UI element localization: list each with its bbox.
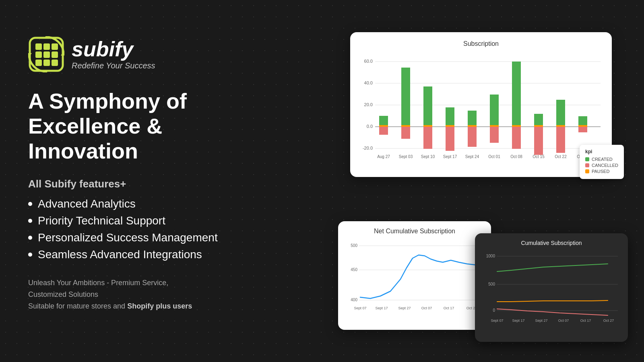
net-cumulative-title: Net Cumulative Subscription [346, 228, 483, 235]
svg-rect-44 [534, 114, 543, 127]
svg-text:Sept 17: Sept 17 [375, 306, 388, 310]
svg-text:500: 500 [488, 282, 495, 286]
svg-rect-28 [401, 125, 410, 127]
svg-rect-5 [43, 51, 50, 58]
svg-text:Sept 27: Sept 27 [535, 319, 547, 323]
svg-rect-33 [446, 127, 454, 151]
svg-rect-51 [578, 127, 587, 132]
logo-area: subify Redefine Your Success [28, 36, 262, 72]
svg-rect-24 [379, 127, 388, 135]
kpi-label-cancelled: CANCELLED [592, 163, 618, 168]
svg-rect-39 [490, 127, 499, 143]
svg-rect-27 [401, 127, 410, 139]
svg-text:-20.0: -20.0 [363, 146, 373, 150]
list-item: Priority Technical Support [28, 214, 262, 227]
svg-text:Sept 07: Sept 07 [354, 306, 366, 310]
cancelled-color-dot [585, 163, 589, 167]
feature-item-2: Priority Technical Support [38, 214, 165, 227]
svg-rect-32 [446, 107, 454, 127]
logo-text-area: subify Redefine Your Success [72, 39, 155, 70]
svg-rect-9 [52, 60, 58, 66]
svg-text:1000: 1000 [486, 254, 495, 258]
right-panel: Subscription 60.0 40.0 20.0 0.0 -20.0 [338, 32, 620, 330]
footer-line3: Suitable for mature stores and [28, 302, 127, 310]
headline-line2: Excellence & Innovation [28, 114, 162, 163]
net-cumulative-chart: 500 450 400 Sept 07 Sept 17 Sept 27 Oct … [346, 239, 483, 323]
chart-card-main: Subscription 60.0 40.0 20.0 0.0 -20.0 [350, 32, 612, 177]
svg-rect-49 [556, 125, 565, 127]
chart-card-cumulative: Cumulative Subscription 1000 500 0 Sept … [475, 233, 628, 342]
svg-text:Sept 17: Sept 17 [512, 319, 524, 323]
kpi-item-cancelled: CANCELLED [585, 163, 618, 168]
svg-text:Oct 08: Oct 08 [510, 154, 522, 159]
list-item: Personalized Success Management [28, 231, 262, 244]
svg-rect-7 [35, 60, 42, 66]
svg-text:0.0: 0.0 [367, 124, 373, 129]
svg-rect-29 [423, 86, 432, 127]
svg-text:450: 450 [351, 267, 357, 272]
footer-bold: Shopify plus users [127, 302, 192, 310]
bullet-icon [28, 219, 32, 223]
feature-item-4: Seamless Advanced Integrations [38, 248, 202, 261]
left-panel: subify Redefine Your Success A Symphony … [28, 36, 262, 312]
kpi-label-created: CREATED [592, 157, 613, 162]
footer-line1: Unleash Your Ambitions - Premium Service… [28, 279, 168, 287]
svg-rect-47 [556, 100, 565, 127]
svg-rect-31 [423, 125, 432, 127]
created-color-dot [585, 157, 589, 161]
svg-rect-3 [52, 43, 58, 50]
svg-text:40.0: 40.0 [364, 80, 373, 85]
svg-rect-43 [512, 125, 521, 127]
svg-text:20.0: 20.0 [364, 102, 373, 107]
svg-rect-41 [512, 62, 521, 127]
svg-rect-1 [35, 43, 42, 50]
svg-rect-38 [490, 95, 499, 127]
svg-text:500: 500 [351, 243, 357, 248]
svg-text:Oct 07: Oct 07 [558, 319, 569, 323]
footer-text: Unleash Your Ambitions - Premium Service… [28, 277, 262, 312]
headline-line1: A Symphony of [28, 89, 187, 113]
svg-rect-30 [423, 127, 432, 149]
cumulative-chart: 1000 500 0 Sept 07 Sept 17 Sept 27 Oct 0… [483, 249, 620, 334]
svg-rect-42 [512, 127, 521, 149]
svg-text:Sept 03: Sept 03 [399, 154, 413, 159]
svg-text:400: 400 [351, 298, 357, 302]
logo-name: subify [72, 39, 155, 60]
svg-text:Aug 27: Aug 27 [377, 154, 390, 159]
svg-text:Oct 22: Oct 22 [555, 154, 567, 159]
svg-text:60.0: 60.0 [364, 59, 373, 64]
kpi-item-paused: PAUSED [585, 169, 618, 174]
svg-rect-25 [379, 125, 388, 127]
svg-text:0: 0 [493, 308, 495, 313]
svg-text:Oct 07: Oct 07 [421, 306, 432, 310]
svg-text:Oct 17: Oct 17 [444, 306, 454, 310]
svg-rect-35 [468, 111, 477, 127]
bullet-icon [28, 253, 32, 257]
feature-item-3: Personalized Success Management [38, 231, 218, 244]
svg-text:Oct 17: Oct 17 [580, 319, 591, 323]
feature-item-1: Advanced Analytics [38, 197, 136, 210]
svg-rect-40 [490, 125, 499, 127]
svg-rect-6 [52, 51, 58, 58]
list-item: Seamless Advanced Integrations [28, 248, 262, 261]
svg-text:Oct 01: Oct 01 [488, 154, 500, 159]
paused-color-dot [585, 169, 589, 173]
svg-rect-2 [43, 43, 50, 50]
svg-rect-34 [446, 125, 454, 127]
svg-rect-48 [556, 127, 565, 153]
kpi-title: kpi [585, 149, 618, 154]
bullet-icon [28, 202, 32, 206]
features-list: Advanced Analytics Priority Technical Su… [28, 197, 262, 261]
footer-line2: Customized Solutions [28, 290, 98, 298]
features-label: All Subify features+ [28, 178, 262, 190]
svg-text:Sept 17: Sept 17 [443, 154, 457, 159]
svg-rect-45 [534, 127, 543, 155]
cumulative-title: Cumulative Subscription [483, 240, 620, 246]
svg-rect-4 [35, 51, 42, 58]
kpi-label-paused: PAUSED [592, 169, 609, 174]
bullet-icon [28, 236, 32, 240]
subscription-chart-title: Subscription [360, 40, 602, 47]
svg-text:Sept 27: Sept 27 [398, 306, 411, 310]
svg-text:Oct 15: Oct 15 [533, 154, 545, 159]
svg-rect-36 [468, 127, 477, 147]
